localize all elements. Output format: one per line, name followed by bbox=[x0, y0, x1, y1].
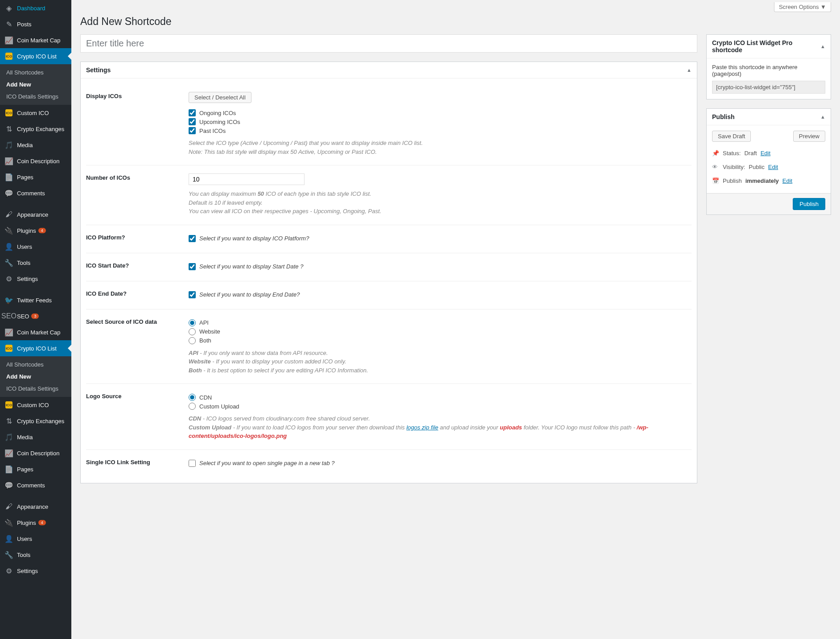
collapse-icon[interactable]: ▲ bbox=[687, 67, 692, 73]
sidebar-item-pages[interactable]: 📄Pages bbox=[0, 169, 71, 185]
publish-value: immediately bbox=[745, 177, 779, 184]
sidebar-item-media[interactable]: 🎵Media bbox=[0, 429, 71, 445]
sidebar-item-dashboard[interactable]: ◈Dashboard bbox=[0, 0, 71, 16]
logos-zip-link[interactable]: logos zip file bbox=[406, 424, 438, 431]
logo-custom-upload-radio[interactable] bbox=[189, 403, 196, 410]
collapse-icon[interactable]: ▲ bbox=[820, 114, 825, 120]
checkbox-label[interactable]: Ongoing ICOs bbox=[199, 110, 236, 116]
sidebar-item-posts[interactable]: ✎Posts bbox=[0, 16, 71, 32]
sidebar-item-plugins[interactable]: 🔌Plugins4 bbox=[0, 515, 71, 531]
sidebar-item-custom-ico[interactable]: ICOCustom ICO bbox=[0, 105, 71, 121]
field-label: ICO Start Date? bbox=[86, 253, 189, 281]
sidebar-item-crypto-exchanges[interactable]: ⇅Crypto Exchanges bbox=[0, 121, 71, 137]
sidebar-item-comments[interactable]: 💬Comments bbox=[0, 185, 71, 201]
sidebar-item-label: Dashboard bbox=[17, 5, 45, 12]
title-input[interactable] bbox=[80, 34, 697, 53]
sidebar-subitem-all-shortcodes[interactable]: All Shortcodes bbox=[0, 359, 71, 371]
sidebar-item-label: Appearance bbox=[17, 211, 48, 218]
checkbox-label[interactable]: Past ICOs bbox=[199, 128, 226, 134]
radio-label[interactable]: Custom Upload bbox=[199, 403, 239, 410]
sidebar-item-tools[interactable]: 🔧Tools bbox=[0, 255, 71, 271]
sidebar-item-label: Custom ICO bbox=[17, 110, 49, 116]
radio-label[interactable]: Both bbox=[199, 337, 211, 344]
sidebar-item-coin-market-cap[interactable]: 📈Coin Market Cap bbox=[0, 324, 71, 340]
appearance-icon: 🖌 bbox=[4, 210, 13, 219]
sidebar-item-label: Coin Market Cap bbox=[17, 37, 61, 44]
ico-icon: ICO bbox=[4, 344, 13, 353]
radio-label[interactable]: CDN bbox=[199, 394, 212, 401]
sidebar-item-label: Coin Market Cap bbox=[17, 329, 61, 336]
admin-sidebar: ◈Dashboard✎Posts📈Coin Market Cap ICO Cry… bbox=[0, 0, 71, 639]
source-api-radio[interactable] bbox=[189, 319, 196, 326]
sidebar-item-pages[interactable]: 📄Pages bbox=[0, 461, 71, 477]
sidebar-item-plugins[interactable]: 🔌Plugins4 bbox=[0, 223, 71, 239]
checkbox-hint[interactable]: Select if you want to display End Date? bbox=[199, 291, 300, 298]
past-icos-checkbox[interactable] bbox=[189, 127, 196, 134]
media-icon: 🎵 bbox=[4, 140, 13, 149]
radio-label[interactable]: Website bbox=[199, 328, 220, 335]
single-ico-link-checkbox[interactable] bbox=[189, 460, 196, 467]
sidebar-item-coin-market-cap[interactable]: 📈Coin Market Cap bbox=[0, 32, 71, 48]
sidebar-item-label: Settings bbox=[17, 276, 38, 282]
sidebar-item-tools[interactable]: 🔧Tools bbox=[0, 547, 71, 563]
sidebar-item-label: Crypto Exchanges bbox=[17, 418, 64, 425]
sidebar-item-users[interactable]: 👤Users bbox=[0, 239, 71, 255]
checkbox-hint[interactable]: Select if you want to display ICO Platfo… bbox=[199, 235, 309, 242]
radio-label[interactable]: API bbox=[199, 319, 209, 326]
sidebar-item-label: Media bbox=[17, 434, 33, 441]
sidebar-item-comments[interactable]: 💬Comments bbox=[0, 477, 71, 493]
edit-publish-link[interactable]: Edit bbox=[782, 177, 792, 184]
sidebar-item-settings[interactable]: ⚙Settings bbox=[0, 563, 71, 579]
sidebar-item-seo[interactable]: SEOSEO3 bbox=[0, 308, 71, 324]
sidebar-item-coin-description[interactable]: 📈Coin Description bbox=[0, 153, 71, 169]
ico-platform-checkbox[interactable] bbox=[189, 235, 196, 242]
sidebar-item-crypto-ico-list[interactable]: ICO Crypto ICO List bbox=[0, 48, 71, 64]
sidebar-item-coin-description[interactable]: 📈Coin Description bbox=[0, 445, 71, 461]
checkbox-hint[interactable]: Select if you want to display Start Date… bbox=[199, 263, 303, 270]
sidebar-item-crypto-ico-list[interactable]: ICO Crypto ICO List bbox=[0, 340, 71, 356]
sidebar-item-users[interactable]: 👤Users bbox=[0, 531, 71, 547]
checkbox-hint[interactable]: Select if you want to open single page i… bbox=[199, 460, 335, 466]
sidebar-item-label: Plugins bbox=[17, 227, 36, 234]
ongoing-icos-checkbox[interactable] bbox=[189, 109, 196, 116]
dashboard-icon: ◈ bbox=[4, 4, 13, 12]
number-of-icos-input[interactable] bbox=[189, 173, 305, 185]
sidebar-subitem-add-new[interactable]: Add New bbox=[0, 371, 71, 383]
shortcode-display[interactable]: [crypto-ico-list-widget id="755"] bbox=[712, 81, 825, 94]
select-deselect-all-button[interactable]: Select / Deselect All bbox=[189, 92, 251, 103]
sidebar-subitem-ico-details-settings[interactable]: ICO Details Settings bbox=[0, 91, 71, 103]
visibility-label: Visibility: bbox=[723, 164, 745, 170]
sidebar-item-label: Coin Description bbox=[17, 158, 59, 165]
edit-visibility-link[interactable]: Edit bbox=[768, 164, 778, 170]
sidebar-item-label: Crypto ICO List bbox=[17, 53, 57, 60]
ico-end-date-checkbox[interactable] bbox=[189, 291, 196, 298]
sidebar-subitem-ico-details-settings[interactable]: ICO Details Settings bbox=[0, 383, 71, 395]
page-icon: 📄 bbox=[4, 173, 13, 181]
preview-button[interactable]: Preview bbox=[793, 131, 825, 142]
logo-cdn-radio[interactable] bbox=[189, 394, 196, 401]
sidebar-subitem-add-new[interactable]: Add New bbox=[0, 78, 71, 91]
sidebar-item-media[interactable]: 🎵Media bbox=[0, 137, 71, 153]
publish-button[interactable]: Publish bbox=[793, 198, 825, 210]
upcoming-icos-checkbox[interactable] bbox=[189, 118, 196, 125]
sidebar-item-crypto-exchanges[interactable]: ⇅Crypto Exchanges bbox=[0, 413, 71, 429]
badge: 3 bbox=[31, 313, 39, 319]
save-draft-button[interactable]: Save Draft bbox=[712, 131, 751, 142]
sidebar-item-twitter-feeds[interactable]: 🐦Twitter Feeds bbox=[0, 292, 71, 308]
sidebar-item-custom-ico[interactable]: ICOCustom ICO bbox=[0, 397, 71, 413]
settings-box: Settings ▲ Display ICOs Select / Deselec… bbox=[80, 62, 697, 483]
sidebar-item-appearance[interactable]: 🖌Appearance bbox=[0, 206, 71, 223]
source-website-radio[interactable] bbox=[189, 328, 196, 335]
collapse-icon[interactable]: ▲ bbox=[820, 44, 825, 49]
field-label: Single ICO Link Setting bbox=[86, 449, 189, 478]
source-both-radio[interactable] bbox=[189, 337, 196, 344]
screen-options-button[interactable]: Screen Options ▼ bbox=[774, 2, 831, 12]
sidebar-item-settings[interactable]: ⚙Settings bbox=[0, 271, 71, 287]
ico-start-date-checkbox[interactable] bbox=[189, 263, 196, 270]
checkbox-label[interactable]: Upcoming ICOs bbox=[199, 119, 240, 125]
page-title: Add New Shortcode bbox=[80, 16, 831, 28]
sidebar-item-appearance[interactable]: 🖌Appearance bbox=[0, 499, 71, 515]
page-icon: 📄 bbox=[4, 465, 13, 474]
edit-status-link[interactable]: Edit bbox=[761, 150, 770, 157]
sidebar-subitem-all-shortcodes[interactable]: All Shortcodes bbox=[0, 66, 71, 78]
